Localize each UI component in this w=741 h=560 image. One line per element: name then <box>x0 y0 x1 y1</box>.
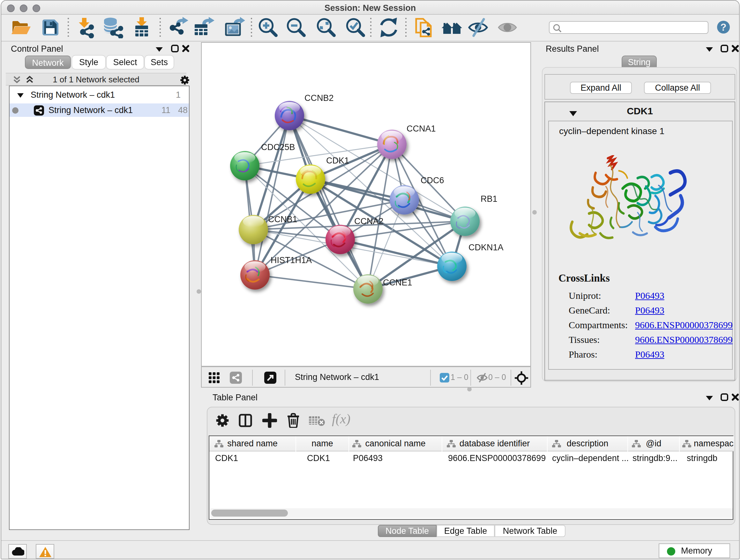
svg-text:RB1: RB1 <box>481 194 497 204</box>
svg-text:CCNB1: CCNB1 <box>268 214 297 224</box>
svg-text:CDC25B: CDC25B <box>261 142 295 152</box>
svg-text:CCNE1: CCNE1 <box>383 278 412 287</box>
svg-text:CDKN1A: CDKN1A <box>468 243 503 252</box>
svg-text:CCNB2: CCNB2 <box>305 93 334 103</box>
svg-text:CCNA2: CCNA2 <box>354 216 384 226</box>
svg-text:CCNA1: CCNA1 <box>407 124 436 133</box>
svg-text:CDK1: CDK1 <box>326 156 349 165</box>
svg-text:?: ? <box>721 22 727 33</box>
svg-text:HIST1H1A: HIST1H1A <box>271 255 312 265</box>
svg-text:CDC6: CDC6 <box>421 176 444 185</box>
